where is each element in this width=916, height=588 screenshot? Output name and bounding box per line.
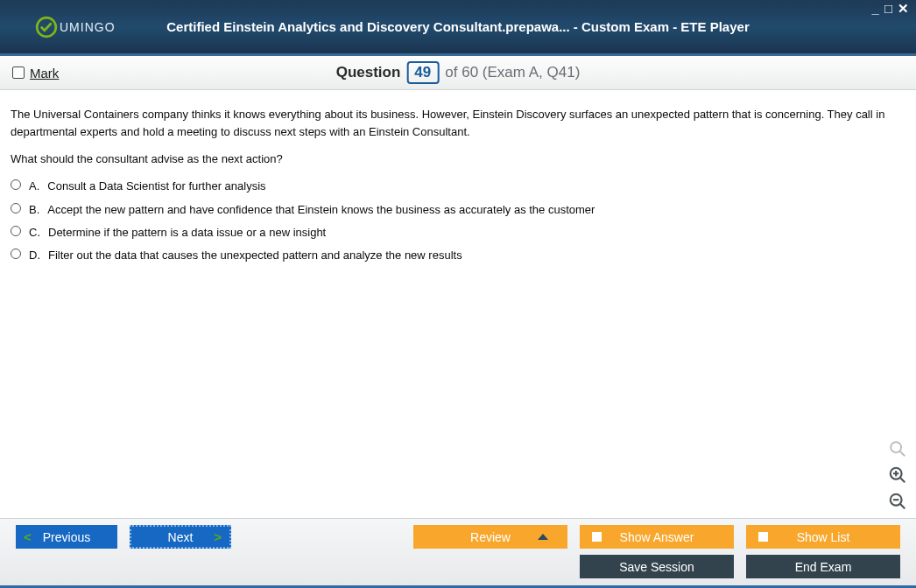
chevron-right-icon: > [214, 529, 222, 544]
choice-letter: B. [29, 201, 39, 219]
radio-icon[interactable] [11, 248, 21, 259]
question-total: of 60 (Exam A, Q41) [445, 64, 580, 81]
save-session-label: Save Session [619, 560, 694, 574]
choice-text: Determine if the pattern is a data issue… [48, 224, 326, 242]
question-bar: Mark Question 49 of 60 (Exam A, Q41) [0, 56, 916, 90]
previous-label: Previous [43, 530, 90, 544]
end-exam-button[interactable]: End Exam [746, 555, 900, 578]
choice-a[interactable]: A. Consult a Data Scientist for further … [11, 178, 905, 195]
zoom-tools [888, 439, 907, 511]
close-icon[interactable]: ✕ [898, 3, 909, 15]
question-stem: The Universal Containers company thinks … [11, 106, 905, 141]
brand-text: UMINGO [60, 20, 116, 34]
footer-row-1: < Previous Next > Review Show Answer Sho… [16, 525, 900, 549]
svg-line-2 [900, 452, 905, 457]
choice-letter: D. [29, 247, 40, 264]
next-label: Next [168, 530, 194, 544]
question-word: Question [336, 64, 401, 81]
show-answer-label: Show Answer [620, 530, 694, 544]
triangle-up-icon [538, 534, 548, 540]
square-icon [758, 532, 768, 542]
previous-button[interactable]: < Previous [16, 525, 117, 549]
choice-letter: C. [29, 224, 40, 242]
choice-text: Filter out the data that causes the unex… [48, 247, 462, 264]
action-group: Review Show Answer Show List [413, 525, 900, 549]
choice-text: Accept the new pattern and have confiden… [47, 201, 595, 219]
svg-line-8 [900, 504, 905, 509]
svg-line-4 [900, 478, 905, 483]
show-list-label: Show List [797, 530, 850, 544]
question-indicator: Question 49 of 60 (Exam A, Q41) [336, 61, 581, 84]
mark-checkbox-wrap[interactable]: Mark [12, 66, 59, 80]
choice-d[interactable]: D. Filter out the data that causes the u… [11, 247, 905, 264]
check-circle-icon [35, 16, 58, 38]
radio-icon[interactable] [11, 179, 21, 190]
choice-text: Consult a Data Scientist for further ana… [47, 178, 265, 195]
choice-b[interactable]: B. Accept the new pattern and have confi… [11, 201, 905, 219]
next-button[interactable]: Next > [130, 525, 231, 549]
square-icon [592, 532, 602, 542]
app-logo: UMINGO [35, 16, 116, 38]
zoom-out-icon[interactable] [888, 492, 907, 511]
window-title: Certified Einstein Analytics and Discove… [166, 19, 749, 34]
review-button[interactable]: Review [413, 525, 567, 549]
show-list-button[interactable]: Show List [746, 525, 900, 549]
window-controls: _ □ ✕ [872, 3, 909, 15]
review-label: Review [470, 530, 511, 544]
svg-point-1 [891, 442, 901, 452]
choice-letter: A. [29, 178, 39, 195]
show-answer-button[interactable]: Show Answer [580, 525, 734, 549]
radio-icon[interactable] [11, 226, 21, 236]
mark-checkbox[interactable] [12, 66, 25, 79]
footer: < Previous Next > Review Show Answer Sho… [0, 518, 916, 588]
question-prompt: What should the consultant advise as the… [11, 150, 905, 168]
choice-c[interactable]: C. Determine if the pattern is a data is… [11, 224, 905, 242]
save-session-button[interactable]: Save Session [580, 555, 734, 578]
nav-group: < Previous Next > [16, 525, 231, 549]
choices-list: A. Consult a Data Scientist for further … [11, 178, 905, 264]
mark-label[interactable]: Mark [30, 66, 59, 80]
radio-icon[interactable] [11, 203, 21, 214]
chevron-left-icon: < [24, 529, 32, 544]
question-number: 49 [406, 61, 439, 84]
search-icon[interactable] [888, 439, 907, 458]
content-area: The Universal Containers company thinks … [0, 90, 916, 518]
footer-row-2: Save Session End Exam [16, 555, 900, 578]
end-exam-label: End Exam [795, 560, 852, 574]
zoom-in-icon[interactable] [888, 466, 907, 485]
titlebar: UMINGO Certified Einstein Analytics and … [0, 0, 916, 56]
minimize-icon[interactable]: _ [872, 3, 879, 15]
maximize-icon[interactable]: □ [884, 3, 892, 15]
